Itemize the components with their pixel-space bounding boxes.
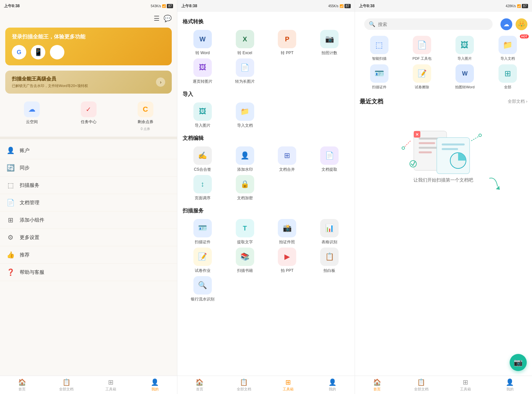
all-icon: ⊞	[499, 64, 517, 83]
tool-doc-merge[interactable]: ⊞ 文档合并	[267, 146, 307, 172]
svg-line-12	[471, 136, 479, 141]
account-label: 账户	[20, 147, 30, 154]
search-bar[interactable]: 🔍	[364, 18, 493, 30]
doc-merge-icon: ⊞	[278, 146, 296, 165]
nav-home-2[interactable]: 🏠 首页	[177, 378, 222, 392]
message-icon[interactable]: 💬	[164, 14, 172, 22]
tool-whiteboard[interactable]: 📋 拍白板	[310, 248, 349, 274]
menu-sync[interactable]: 🔄 同步	[0, 159, 177, 177]
feat-smart-scan[interactable]: ⬚ 智能扫描	[360, 36, 399, 61]
photo-ppt-label: 拍 PPT	[281, 268, 294, 274]
feat-erase-exam[interactable]: 📝 试卷擦除	[402, 64, 442, 90]
page-order-icon: ↕	[193, 175, 212, 193]
menu-add-widget[interactable]: ⊞ 添加小组件	[0, 211, 177, 229]
svg-line-11	[404, 141, 410, 147]
scan-book-label: 扫描书籍	[237, 268, 253, 274]
whiteboard-icon: 📋	[320, 248, 339, 266]
nav-home-1[interactable]: 🏠 首页	[0, 378, 44, 392]
crown-btn[interactable]: 👑	[516, 18, 527, 30]
tool-watermark[interactable]: 👤 添加水印	[225, 146, 265, 172]
cloud-action[interactable]: ☁ 云空间	[24, 101, 40, 131]
tool-excel[interactable]: X 转 Excel	[225, 30, 265, 56]
menu-doc-manage[interactable]: 📄 文档管理	[0, 194, 177, 211]
feat-scan-id[interactable]: 🪪 扫描证件	[360, 64, 399, 90]
nav-docs-3[interactable]: 📋 全部文档	[399, 378, 443, 392]
photo-count-label: 拍照计数	[321, 50, 337, 56]
vip-card[interactable]: 扫描全能王高级会员 已解锁无广告去水印，文件转Word等20+项特权 ›	[5, 71, 172, 94]
tools-icon-1: ⊞	[108, 378, 114, 386]
tool-photo-count[interactable]: 📷 拍照计数	[310, 30, 349, 56]
tool-page-img[interactable]: 🖼 逐页转图片	[183, 58, 222, 84]
bottom-nav-1: 🏠 首页 📋 全部文档 ⊞ 工具箱 👤 我的	[0, 376, 177, 394]
task-action[interactable]: ✓ 任务中心	[81, 101, 97, 131]
help-icon: ❓	[7, 268, 14, 276]
search-input[interactable]	[378, 22, 488, 27]
battery-2: 87	[344, 4, 351, 8]
all-docs-link[interactable]: 全部文档 ›	[508, 98, 527, 104]
menu-account[interactable]: 👤 账户	[0, 142, 177, 159]
feat-import-img[interactable]: 🖼 导入图片	[445, 36, 484, 61]
feat-all[interactable]: ⊞ 全部	[488, 64, 527, 90]
tool-table-recog[interactable]: 📊 表格识别	[310, 219, 349, 245]
tool-doc-extract[interactable]: 📄 文档提取	[310, 146, 349, 172]
status-icons-1: 543K/s 📶 87	[151, 4, 173, 8]
tool-exam[interactable]: 📝 试卷作业	[183, 248, 222, 274]
menu-icon[interactable]: ☰	[154, 14, 160, 22]
tool-id-photo[interactable]: 📸 拍证件照	[267, 219, 307, 245]
tool-import-img[interactable]: 🖼 导入图片	[183, 102, 222, 128]
tool-doc-encrypt[interactable]: 🔒 文档加密	[225, 175, 265, 201]
tool-bank-recog[interactable]: 🔍 银行流水识别	[183, 276, 222, 302]
cs-sign-icon: ✍	[193, 146, 212, 165]
tool-import-doc[interactable]: 📁 导入文档	[225, 102, 265, 128]
feat-import-doc[interactable]: 📁 HOT 导入文档	[488, 36, 527, 61]
menu-recommend[interactable]: 👍 推荐	[0, 246, 177, 264]
nav-docs-2[interactable]: 📋 全部文档	[222, 378, 266, 392]
menu-scan-service[interactable]: ⬚ 扫描服务	[0, 177, 177, 194]
docs-icon-1: 📋	[62, 378, 71, 386]
nav-tools-3[interactable]: ⊞ 工具箱	[443, 378, 488, 392]
empty-text: 让我们开始扫描第一个文档吧	[413, 177, 473, 183]
status-time-3: 上午8:38	[359, 3, 375, 9]
menu-help[interactable]: ❓ 帮助与客服	[0, 264, 177, 281]
docs-icon-3: 📋	[417, 378, 425, 386]
tool-scan-book[interactable]: 📚 扫描书籍	[225, 248, 265, 274]
vip-arrow[interactable]: ›	[156, 77, 165, 87]
sync-label: 同步	[20, 165, 30, 171]
nav-home-3[interactable]: 🏠 首页	[355, 378, 399, 392]
google-login-btn[interactable]: G	[12, 45, 26, 59]
nav-tools-1[interactable]: ⊞ 工具箱	[89, 378, 133, 392]
tool-long-img[interactable]: 📄 转为长图片	[225, 58, 265, 84]
network-speed-2: 455K/s	[328, 4, 338, 8]
nav-mine-3[interactable]: 👤 我的	[488, 378, 532, 392]
import-tools-grid: 🖼 导入图片 📁 导入文档	[183, 102, 349, 128]
tools-label-3: 工具箱	[460, 387, 471, 392]
tool-ppt[interactable]: P 转 PPT	[267, 30, 307, 56]
nav-tools-2[interactable]: ⊞ 工具箱	[266, 378, 310, 392]
camera-fab[interactable]: 📷	[510, 354, 527, 371]
phone-login-btn[interactable]: 📱	[31, 45, 45, 59]
tool-extract-text[interactable]: T 提取文字	[225, 219, 265, 245]
tool-word[interactable]: W 转 Word	[183, 30, 222, 56]
menu-more-settings[interactable]: ⚙ 更多设置	[0, 229, 177, 246]
tool-cs-sign[interactable]: ✍ CS合合签	[183, 146, 222, 172]
docs-label-3: 全部文档	[414, 387, 429, 392]
import-doc-label: 导入文档	[237, 123, 253, 128]
feat-photo-word[interactable]: W 拍图转Word	[445, 64, 484, 90]
nav-docs-1[interactable]: 📋 全部文档	[44, 378, 89, 392]
coupon-action[interactable]: C 剩余点券 0 点券	[138, 101, 153, 131]
tool-page-order[interactable]: ↕ 页面调序	[183, 175, 222, 201]
feat-pdf-tools[interactable]: 📄 PDF 工具包	[402, 36, 442, 61]
scan-id-icon: 🪪	[193, 219, 212, 237]
bank-recog-label: 银行流水识别	[191, 296, 214, 302]
tool-photo-ppt[interactable]: ▶ 拍 PPT	[267, 248, 307, 274]
email-login-btn[interactable]: ✉	[50, 45, 64, 59]
panel-mine: 上午8:38 543K/s 📶 87 ☰ 💬 登录扫描全能王，体验更多功能 G …	[0, 0, 177, 394]
tool-scan-id[interactable]: 🪪 扫描证件	[183, 219, 222, 245]
cloud-btn[interactable]: ☁	[500, 18, 512, 30]
nav-mine-2[interactable]: 👤 我的	[310, 378, 355, 392]
doc-encrypt-icon: 🔒	[236, 175, 254, 193]
erase-exam-icon: 📝	[413, 64, 431, 83]
nav-mine-1[interactable]: 👤 我的	[133, 378, 177, 392]
photo-ppt-icon: ▶	[278, 248, 296, 266]
doc-extract-icon: 📄	[320, 146, 339, 165]
